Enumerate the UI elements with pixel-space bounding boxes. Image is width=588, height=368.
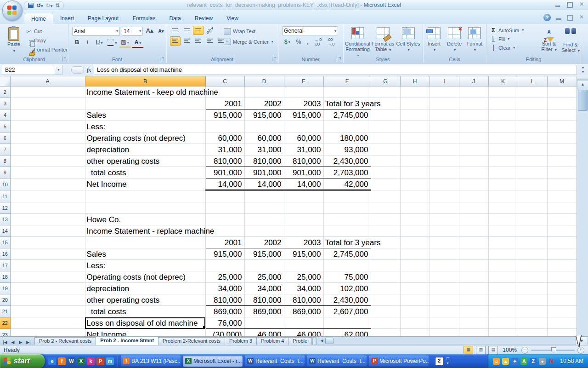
cell-c7[interactable]: 31,000 (205, 144, 244, 155)
cell-i12[interactable] (430, 202, 459, 214)
align-right-button[interactable] (193, 36, 204, 46)
cell-m15[interactable] (547, 237, 577, 248)
first-sheet-icon[interactable]: |◀ (2, 340, 8, 345)
workbook-restore-button[interactable] (566, 14, 574, 21)
cell-g16[interactable] (371, 248, 400, 260)
cell-j4[interactable] (459, 109, 488, 121)
cell-b2[interactable]: Income Statement - keep old machine (85, 86, 205, 98)
cell-f7[interactable]: 93,000 (323, 144, 371, 155)
internet-explorer-icon[interactable]: e (48, 357, 56, 365)
cell-i16[interactable] (430, 248, 459, 260)
cell-h7[interactable] (400, 144, 430, 155)
powerpoint-icon[interactable]: P (96, 357, 104, 365)
ribbon-tab-view[interactable]: View (220, 13, 245, 24)
name-box[interactable]: B22 (1, 65, 55, 75)
cell-j22[interactable] (459, 317, 488, 329)
cell-m21[interactable] (547, 306, 577, 317)
cell-d22[interactable] (244, 317, 284, 329)
increase-decimal-button[interactable]: ←.0.00 (312, 37, 324, 46)
cell-e13[interactable] (284, 214, 323, 225)
cell-l4[interactable] (518, 109, 547, 121)
cell-j18[interactable] (459, 271, 488, 283)
column-header-g[interactable]: G (371, 76, 400, 86)
cell-c5[interactable] (205, 121, 244, 132)
cell-e2[interactable] (284, 86, 323, 98)
sheet-tab-problem-2-relevant-costs[interactable]: Problem 2-Relevant costs (158, 337, 225, 345)
cell-c22[interactable]: 76,000 (205, 317, 244, 329)
cell-a17[interactable] (10, 260, 85, 271)
vertical-split-handle[interactable] (577, 76, 588, 80)
fill-button[interactable]: ↓Fill▾ (490, 34, 524, 43)
cell-i21[interactable] (430, 306, 459, 317)
delete-cells-button[interactable]: Delete▾ (444, 25, 464, 53)
sort-filter-button[interactable]: AZ Sort & Filter ▾ (538, 25, 560, 54)
task-button-microsoft-excel-r[interactable]: XMicrosoft Excel - r... (183, 356, 243, 367)
cell-f20[interactable]: 2,430,000 (323, 294, 371, 306)
cell-f18[interactable]: 75,000 (323, 271, 371, 283)
cell-i17[interactable] (430, 260, 459, 271)
insert-cells-button[interactable]: Insert▾ (424, 25, 444, 53)
cell-h10[interactable] (400, 178, 430, 190)
cell-i20[interactable] (430, 294, 459, 306)
cell-d8[interactable]: 810,000 (244, 155, 284, 167)
cell-d3[interactable]: 2002 (244, 98, 284, 109)
cell-d18[interactable]: 25,000 (244, 271, 284, 283)
tools-blue-tray-icon[interactable]: ✦ (511, 358, 518, 365)
cell-i9[interactable] (430, 167, 459, 178)
cell-j3[interactable] (459, 98, 488, 109)
decrease-indent-button[interactable] (204, 36, 215, 46)
cell-i7[interactable] (430, 144, 459, 155)
normal-view-button[interactable]: ▦ (464, 346, 473, 354)
cell-c10[interactable]: 14,000 (205, 178, 244, 190)
cell-c6[interactable]: 60,000 (205, 132, 244, 144)
cell-m4[interactable] (547, 109, 577, 121)
cell-a4[interactable] (10, 109, 85, 121)
cell-l3[interactable] (518, 98, 547, 109)
cell-l2[interactable] (518, 86, 547, 98)
cell-l9[interactable] (518, 167, 547, 178)
cell-j23[interactable] (459, 329, 488, 337)
cell-c4[interactable]: 915,000 (205, 109, 244, 121)
percent-button[interactable]: % (294, 37, 304, 46)
cell-a14[interactable] (10, 225, 85, 237)
cell-e12[interactable] (284, 202, 323, 214)
cell-b20[interactable]: other operating costs (85, 294, 205, 306)
cell-j14[interactable] (459, 225, 488, 237)
cell-e22[interactable] (284, 317, 323, 329)
cell-j2[interactable] (459, 86, 488, 98)
shield-yellow-tray-icon[interactable]: ▲ (502, 358, 509, 365)
row-header-8[interactable]: 8 (0, 155, 10, 167)
cell-k18[interactable] (488, 271, 518, 283)
format-cells-button[interactable]: Format▾ (464, 25, 485, 53)
cell-b21[interactable]: total costs (85, 306, 205, 317)
accounting-format-button[interactable]: $▾ (282, 37, 293, 46)
cell-d13[interactable] (244, 214, 284, 225)
cell-d5[interactable] (244, 121, 284, 132)
cell-d21[interactable]: 869,000 (244, 306, 284, 317)
cell-l20[interactable] (518, 294, 547, 306)
cell-h14[interactable] (400, 225, 430, 237)
cell-f10[interactable]: 42,000 (323, 178, 371, 190)
office-button[interactable] (2, 0, 23, 21)
cell-i5[interactable] (430, 121, 459, 132)
zoom-slider[interactable] (531, 350, 575, 351)
sheet-tab-problem-4[interactable]: Problem 4 (256, 337, 288, 345)
sheet-tab-prob-2-income-stmnt[interactable]: Prob 2 - Income Stmnt (96, 337, 158, 345)
conditional-formatting-button[interactable]: Conditional Formatting ▾ (345, 25, 370, 58)
cell-k23[interactable] (488, 329, 518, 337)
cell-l8[interactable] (518, 155, 547, 167)
cell-g21[interactable] (371, 306, 400, 317)
select-all-corner[interactable] (0, 76, 10, 86)
keyboard-layout-badge[interactable]: 2 (435, 357, 443, 365)
row-header-5[interactable]: 5 (0, 121, 10, 132)
cell-e20[interactable]: 810,000 (284, 294, 323, 306)
cell-b13[interactable]: Howe Co. (85, 214, 205, 225)
cell-m9[interactable] (547, 167, 577, 178)
font-color-button[interactable]: A▾ (132, 38, 144, 48)
cell-k12[interactable] (488, 202, 518, 214)
volume-gray-tray-icon[interactable]: ● (539, 358, 546, 365)
cell-k17[interactable] (488, 260, 518, 271)
zoom-slider-thumb[interactable] (551, 347, 556, 354)
cell-l15[interactable] (518, 237, 547, 248)
cell-a10[interactable] (10, 178, 85, 190)
